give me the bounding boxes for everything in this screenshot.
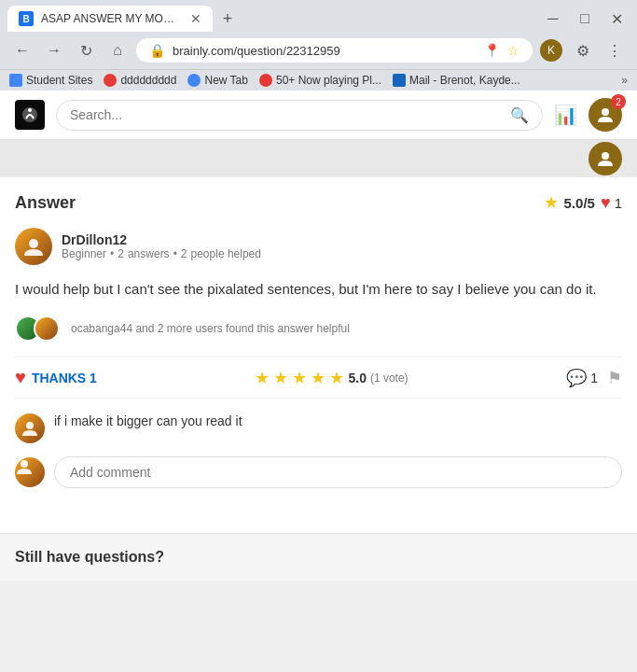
tab-bar: B ASAP ANSWER MY MOM WILL G... ✕ + ─ □ ✕: [0, 0, 637, 32]
url-text: brainly.com/question/22312959: [173, 44, 477, 58]
helpful-avatars: [15, 315, 52, 342]
close-button[interactable]: ✕: [603, 6, 630, 32]
vote-count: (1 vote): [370, 371, 409, 385]
star-2-icon[interactable]: ★: [273, 368, 288, 388]
logo-icon: [15, 100, 45, 130]
comment-text: if i make it bigger can you read it: [54, 413, 622, 428]
thanks-heart-icon: ♥: [15, 367, 26, 388]
notification-badge: 2: [611, 94, 626, 109]
bookmark-ddddddddd[interactable]: ddddddddd: [104, 74, 176, 87]
question-banner: [0, 140, 637, 177]
action-icons: 💬 1 ⚑: [566, 368, 622, 388]
extension-button[interactable]: ⚙: [570, 37, 596, 63]
comment-button[interactable]: 💬 1: [566, 368, 598, 388]
helpful-row: ocabanga44 and 2 more users found this a…: [15, 315, 622, 342]
comment-icon: 💬: [566, 368, 587, 388]
star-5-icon[interactable]: ★: [329, 368, 344, 388]
minimize-button[interactable]: ─: [540, 6, 566, 32]
bookmark-new-tab[interactable]: New Tab: [187, 74, 247, 87]
vote-score: 5.0: [348, 371, 366, 385]
star-3-icon[interactable]: ★: [292, 368, 307, 388]
tab-close-button[interactable]: ✕: [190, 11, 201, 26]
address-bar[interactable]: 🔒 brainly.com/question/22312959 📍 ☆: [136, 38, 533, 63]
svg-point-5: [26, 422, 34, 429]
bookmark-youtube[interactable]: 50+ Now playing Pl...: [259, 74, 381, 87]
avatar-wrapper[interactable]: 2: [589, 98, 622, 132]
bookmark-student-sites[interactable]: Student Sites: [9, 74, 92, 87]
reload-button[interactable]: ↻: [73, 37, 99, 63]
svg-point-1: [28, 108, 32, 112]
answerer-level: Beginner: [62, 247, 106, 260]
answer-text: I would help but I can't see the pixalat…: [15, 278, 622, 301]
home-button[interactable]: ⌂: [104, 37, 131, 63]
site-header: 🔍 📊 2: [0, 91, 637, 140]
answerer-row: DrDillon12 Beginner • 2 answers • 2 peop…: [15, 228, 622, 265]
tab-title: ASAP ANSWER MY MOM WILL G...: [41, 12, 183, 25]
footer-section: Still have questions?: [0, 533, 637, 581]
page-content: 🔍 📊 2 Answ: [0, 91, 637, 581]
add-comment-row: [15, 456, 622, 488]
tab-favicon: B: [19, 11, 34, 26]
profile-icon-button[interactable]: K: [538, 37, 564, 63]
rating-star-icon: ★: [544, 192, 559, 213]
answer-count: 2: [118, 247, 124, 260]
svg-point-6: [21, 460, 28, 468]
action-row: ♥ THANKS 1 ★ ★ ★ ★ ★ 5.0 (1 vote) 💬 1 ⚑: [15, 357, 622, 399]
comment-item: if i make it bigger can you read it: [15, 413, 622, 443]
heart-count: 1: [615, 195, 622, 211]
footer-title: Still have questions?: [15, 549, 164, 565]
svg-point-4: [29, 239, 38, 248]
stars-row: ★ ★ ★ ★ ★ 5.0 (1 vote): [255, 368, 408, 388]
active-tab[interactable]: B ASAP ANSWER MY MOM WILL G... ✕: [7, 6, 213, 32]
svg-point-3: [602, 152, 609, 160]
bookmarks-more-button[interactable]: »: [621, 74, 628, 87]
bookmarks-bar: Student Sites ddddddddd New Tab 50+ Now …: [0, 69, 637, 91]
bookmark-mail[interactable]: Mail - Brenot, Kayde...: [393, 74, 520, 87]
star-4-icon[interactable]: ★: [311, 368, 325, 388]
heart-button[interactable]: ♥ 1: [601, 193, 622, 213]
search-bar[interactable]: 🔍: [56, 100, 543, 131]
rating-value: 5.0/5: [564, 195, 595, 211]
answer-header: Answer ★ 5.0/5 ♥ 1: [15, 192, 622, 213]
helpful-avatar-2: [34, 315, 60, 342]
search-input[interactable]: [70, 107, 503, 122]
flag-icon[interactable]: ⚑: [607, 368, 622, 388]
thanks-label: THANKS 1: [32, 371, 97, 385]
window-controls: ─ □ ✕: [540, 6, 630, 32]
comments-section: if i make it bigger can you read it: [15, 413, 622, 518]
svg-point-2: [602, 108, 609, 116]
new-tab-button[interactable]: +: [215, 6, 241, 32]
answer-title: Answer: [15, 193, 76, 213]
question-user-avatar: [589, 142, 622, 175]
browser-frame: B ASAP ANSWER MY MOM WILL G... ✕ + ─ □ ✕…: [0, 0, 637, 91]
back-button[interactable]: ←: [9, 37, 35, 63]
thanks-button[interactable]: ♥ THANKS 1: [15, 367, 97, 388]
browser-controls: ← → ↻ ⌂ 🔒 brainly.com/question/22312959 …: [0, 32, 637, 69]
brainly-logo[interactable]: [15, 100, 45, 130]
answerer-avatar: [15, 228, 52, 265]
answer-section: Answer ★ 5.0/5 ♥ 1 DrDillon12: [0, 177, 637, 533]
answerer-meta: Beginner • 2 answers • 2 people helped: [62, 247, 261, 260]
header-actions: 📊 2: [554, 98, 622, 132]
heart-icon: ♥: [601, 193, 611, 213]
add-comment-avatar: [15, 457, 45, 487]
star-1-icon[interactable]: ★: [255, 368, 270, 388]
add-comment-input[interactable]: [54, 456, 622, 488]
helpful-text: ocabanga44 and 2 more users found this a…: [71, 322, 350, 335]
menu-button[interactable]: ⋮: [602, 37, 628, 63]
search-icon[interactable]: 🔍: [510, 106, 529, 124]
forward-button[interactable]: →: [41, 37, 67, 63]
answerer-info: DrDillon12 Beginner • 2 answers • 2 peop…: [62, 232, 261, 260]
comment-avatar: [15, 413, 45, 443]
maximize-button[interactable]: □: [572, 6, 598, 32]
people-helped-count: 2: [181, 247, 187, 260]
comment-count: 1: [590, 371, 598, 385]
answer-rating: ★ 5.0/5 ♥ 1: [544, 192, 622, 213]
answerer-name[interactable]: DrDillon12: [62, 232, 261, 247]
stats-icon[interactable]: 📊: [554, 104, 577, 126]
